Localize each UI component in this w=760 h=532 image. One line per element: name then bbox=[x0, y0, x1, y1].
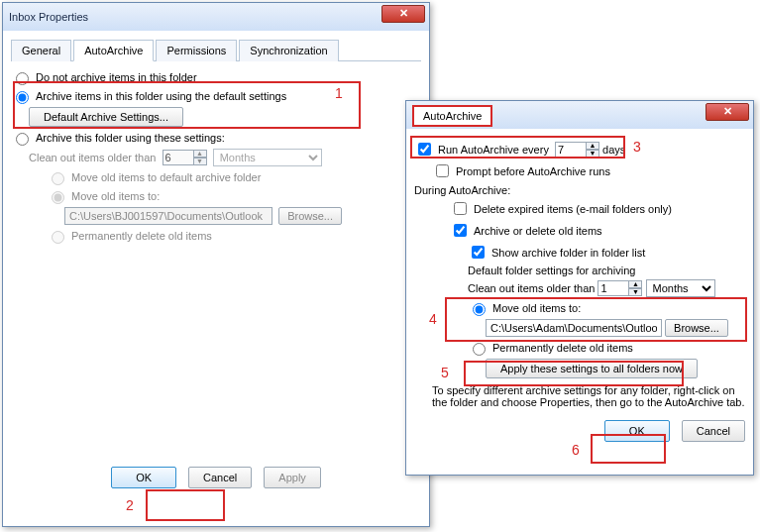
browse-button: Browse... bbox=[278, 207, 342, 225]
tab-strip: General AutoArchive Permissions Synchron… bbox=[11, 39, 421, 61]
show-folder-checkbox[interactable] bbox=[472, 246, 485, 259]
prompt-label: Prompt before AutoArchive runs bbox=[456, 165, 610, 177]
titlebar: Inbox Properties ✕ bbox=[3, 3, 429, 31]
label-no-archive: Do not archive items in this folder bbox=[36, 71, 197, 83]
ok-button[interactable]: OK bbox=[604, 420, 670, 442]
clean-unit: Months bbox=[213, 149, 322, 166]
titlebar: AutoArchive ✕ bbox=[406, 101, 753, 129]
window-title: Inbox Properties bbox=[9, 11, 88, 23]
apply-button[interactable]: Apply bbox=[264, 467, 321, 488]
prompt-checkbox[interactable] bbox=[436, 164, 449, 177]
clean-count bbox=[163, 150, 194, 165]
label-these-settings: Archive this folder using these settings… bbox=[36, 132, 225, 144]
tab-autoarchive[interactable]: AutoArchive bbox=[412, 105, 492, 127]
during-label: During AutoArchive: bbox=[414, 184, 745, 196]
close-button[interactable]: ✕ bbox=[706, 103, 749, 121]
cancel-button[interactable]: Cancel bbox=[682, 420, 745, 442]
spin-up-icon: ▲ bbox=[193, 150, 207, 158]
run-autoarchive-checkbox[interactable] bbox=[418, 143, 431, 156]
spin-up-icon[interactable]: ▲ bbox=[586, 142, 599, 150]
radio-these-settings[interactable] bbox=[16, 133, 29, 146]
run-label: Run AutoArchive every bbox=[438, 144, 549, 156]
tab-synchronization[interactable]: Synchronization bbox=[239, 40, 338, 61]
run-days[interactable] bbox=[555, 142, 587, 158]
radio-default-settings[interactable] bbox=[16, 91, 29, 104]
label-perm-delete: Permanently delete old items bbox=[71, 230, 212, 242]
label-move-default: Move old items to default archive folder bbox=[71, 171, 261, 183]
label-move-to: Move old items to: bbox=[492, 302, 581, 314]
delete-expired-checkbox[interactable] bbox=[454, 202, 467, 215]
label-move-to: Move old items to: bbox=[71, 190, 160, 202]
archive-delete-label: Archive or delete old items bbox=[474, 225, 602, 237]
tab-autoarchive[interactable]: AutoArchive bbox=[73, 40, 154, 61]
clean-unit[interactable]: Months bbox=[646, 279, 715, 297]
path-field[interactable] bbox=[486, 319, 662, 337]
archive-delete-checkbox[interactable] bbox=[454, 224, 467, 237]
spin-down-icon[interactable]: ▼ bbox=[628, 288, 642, 296]
dialog-buttons: OK Cancel Apply bbox=[11, 467, 421, 488]
inbox-properties-dialog: Inbox Properties ✕ General AutoArchive P… bbox=[2, 2, 430, 527]
close-button[interactable]: ✕ bbox=[381, 5, 425, 23]
spin-up-icon[interactable]: ▲ bbox=[628, 280, 642, 288]
radio-perm-delete[interactable] bbox=[473, 343, 486, 356]
radio-move-to[interactable] bbox=[473, 303, 486, 316]
clean-label: Clean out items older than bbox=[29, 152, 156, 163]
days-label: days bbox=[602, 144, 625, 156]
default-archive-settings-button[interactable]: Default Archive Settings... bbox=[29, 107, 183, 127]
autoarchive-dialog: AutoArchive ✕ Run AutoArchive every ▲▼ d… bbox=[405, 100, 754, 476]
help-text: To specify different archive settings fo… bbox=[432, 384, 745, 408]
default-settings-head: Default folder settings for archiving bbox=[468, 265, 745, 276]
label-perm-delete: Permanently delete old items bbox=[492, 342, 633, 354]
path-field bbox=[64, 207, 272, 225]
spin-down-icon: ▼ bbox=[193, 158, 207, 165]
radio-no-archive[interactable] bbox=[16, 72, 29, 85]
radio-move-to bbox=[52, 191, 64, 204]
clean-label: Clean out items older than bbox=[468, 282, 595, 294]
radio-move-default bbox=[52, 172, 64, 185]
ok-button[interactable]: OK bbox=[111, 467, 176, 488]
spin-down-icon[interactable]: ▼ bbox=[586, 150, 599, 158]
show-folder-label: Show archive folder in folder list bbox=[491, 247, 645, 259]
apply-all-button[interactable]: Apply these settings to all folders now bbox=[486, 359, 698, 378]
cancel-button[interactable]: Cancel bbox=[188, 467, 252, 488]
tab-permissions[interactable]: Permissions bbox=[156, 40, 237, 61]
tab-general[interactable]: General bbox=[11, 40, 71, 61]
delete-expired-label: Delete expired items (e-mail folders onl… bbox=[474, 203, 672, 215]
browse-button[interactable]: Browse... bbox=[665, 319, 728, 337]
radio-perm-delete bbox=[52, 231, 64, 244]
label-default-settings: Archive items in this folder using the d… bbox=[36, 90, 286, 102]
clean-count[interactable] bbox=[597, 280, 629, 296]
